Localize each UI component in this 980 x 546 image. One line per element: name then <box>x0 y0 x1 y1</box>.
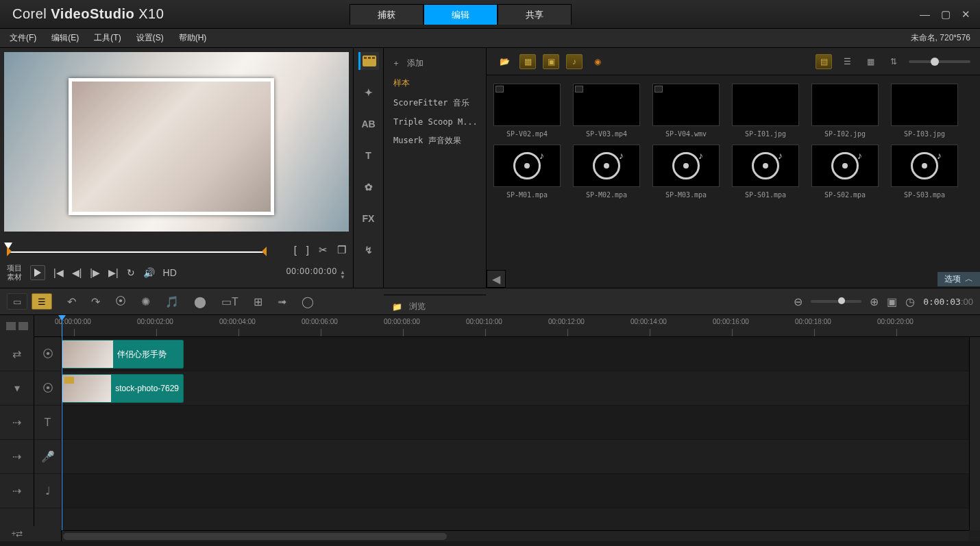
minimize-icon[interactable]: ― <box>920 8 930 21</box>
storyboard-view-icon[interactable]: ▭ <box>7 293 27 310</box>
speed-icon[interactable]: ➟ <box>278 295 286 308</box>
menu-help[interactable]: 帮助(H) <box>179 32 207 44</box>
timeline-ruler[interactable]: 00:00:00:0000:00:02:0000:00:04:0000:00:0… <box>34 315 980 337</box>
timeline-view-icon[interactable]: ☰ <box>32 293 52 310</box>
go-start-icon[interactable]: |◀ <box>53 267 64 278</box>
lane-overlay[interactable]: stock-photo-7629 <box>62 371 969 406</box>
menu-edit[interactable]: 编辑(E) <box>51 32 79 44</box>
volume-icon[interactable]: 🔊 <box>143 267 155 278</box>
subtitle-icon[interactable]: ▭T <box>221 295 238 308</box>
libtab-transition-icon[interactable]: AB <box>358 115 379 133</box>
auto-music-icon[interactable]: 🎵 <box>165 295 179 308</box>
filter-photo-icon[interactable]: ▣ <box>543 54 559 69</box>
view-grid-icon[interactable]: ▦ <box>862 54 879 69</box>
view-thumb-icon[interactable]: ▤ <box>816 54 832 69</box>
clip-1[interactable]: 伴侣心形手势 <box>62 340 184 369</box>
lane-title[interactable] <box>62 406 969 440</box>
video-track-icon[interactable]: ⦿ <box>34 337 61 371</box>
split-clip-icon[interactable]: ✂ <box>319 244 328 256</box>
loop-icon[interactable]: ↻ <box>127 267 135 278</box>
pan-zoom-icon[interactable]: ◯ <box>302 295 314 308</box>
audio-mixer-icon[interactable]: ✺ <box>141 295 150 308</box>
track-link-icon[interactable]: ⇢ <box>0 406 34 440</box>
menu-settings[interactable]: 设置(S) <box>136 32 164 44</box>
preview-timecode[interactable]: 00:00:00:00▲▼ <box>286 266 346 280</box>
library-item[interactable]: SP-V04.wmv <box>652 84 720 138</box>
library-item[interactable]: ♪SP-S01.mpa <box>732 145 799 199</box>
filter-video-icon[interactable]: ▦ <box>519 54 536 69</box>
mark-in-handle[interactable] <box>7 247 12 256</box>
library-item[interactable]: SP-V02.mp4 <box>493 84 561 138</box>
zoom-out-icon[interactable]: ⊖ <box>794 295 803 308</box>
close-icon[interactable]: ✕ <box>961 8 970 21</box>
timeline-playhead[interactable] <box>62 315 62 541</box>
category-sample[interactable]: 样本 <box>384 73 486 93</box>
preview-screen[interactable] <box>4 52 349 232</box>
mark-out-handle[interactable] <box>262 247 267 256</box>
libtab-graphic-icon[interactable]: ✿ <box>358 178 379 196</box>
zoom-slider[interactable] <box>811 300 861 303</box>
mark-out-button[interactable]: ] <box>306 244 309 256</box>
play-button[interactable] <box>30 265 45 280</box>
filter-disc-icon[interactable]: ◉ <box>589 54 606 69</box>
overlay-track-icon[interactable]: ⦿ <box>34 371 61 406</box>
libtab-media-icon[interactable] <box>358 52 379 70</box>
timeline-hscroll[interactable] <box>62 530 969 541</box>
mark-in-button[interactable]: [ <box>294 244 297 256</box>
track-control-header[interactable] <box>0 315 34 337</box>
timeline-timecode[interactable]: 0:00:03:000:00:03:00 <box>923 297 973 307</box>
lane-voice[interactable] <box>62 440 969 474</box>
hd-toggle[interactable]: HD <box>163 267 177 278</box>
view-list-icon[interactable]: ☰ <box>839 54 855 69</box>
zoom-in-icon[interactable]: ⊕ <box>870 295 879 308</box>
voice-track-icon[interactable]: 🎤 <box>34 440 61 474</box>
libtab-path-icon[interactable]: ↯ <box>358 241 379 259</box>
lane-video[interactable]: 伴侣心形手势 <box>62 337 969 371</box>
library-item[interactable]: SP-I02.jpg <box>811 84 879 138</box>
open-folder-icon[interactable]: 📂 <box>496 54 513 69</box>
step-back-icon[interactable]: ◀| <box>72 267 82 278</box>
lib-scroll-left-icon[interactable]: ◀ <box>487 270 506 288</box>
sort-icon[interactable]: ⇅ <box>885 54 902 69</box>
preview-mode-labels[interactable]: 项目 素材 <box>7 264 22 282</box>
track-link3-icon[interactable]: ⇢ <box>0 474 34 508</box>
title-track-icon[interactable]: T <box>34 406 61 440</box>
track-link2-icon[interactable]: ⇢ <box>0 440 34 474</box>
undo-icon[interactable]: ↶ <box>67 295 76 308</box>
libtab-filter-icon[interactable]: FX <box>358 210 379 227</box>
tab-capture[interactable]: 捕获 <box>350 4 424 25</box>
filter-audio-icon[interactable]: ♪ <box>566 54 583 69</box>
multi-trim-icon[interactable]: ❐ <box>337 244 346 256</box>
libtab-instant-icon[interactable]: ✦ <box>358 84 379 101</box>
library-item[interactable]: ♪SP-S02.mpa <box>811 145 879 199</box>
timeline-vscroll[interactable] <box>969 337 980 530</box>
category-triplescoop[interactable]: Triple Scoop M... <box>384 113 486 131</box>
track-dropdown-icon[interactable]: ▾ <box>0 371 34 406</box>
clock-icon[interactable]: ◷ <box>905 295 915 308</box>
library-item[interactable]: SP-I03.jpg <box>891 84 958 138</box>
category-scorefitter[interactable]: ScoreFitter 音乐 <box>384 93 486 113</box>
multi-cam-icon[interactable]: ⊞ <box>254 295 262 308</box>
add-folder-button[interactable]: ＋ 添加 <box>384 53 486 73</box>
track-motion-icon[interactable]: ⬤ <box>194 295 206 308</box>
options-button[interactable]: 选项︿ <box>938 272 980 286</box>
maximize-icon[interactable]: ▢ <box>941 8 951 21</box>
lane-music[interactable] <box>62 474 969 508</box>
add-track-button[interactable]: +⇄ <box>0 526 34 541</box>
library-item[interactable]: ♪SP-M03.mpa <box>652 145 720 199</box>
category-muserk[interactable]: Muserk 声音效果 <box>384 131 486 151</box>
step-fwd-icon[interactable]: |▶ <box>90 267 100 278</box>
track-manager-icon[interactable]: ⇄ <box>0 337 34 371</box>
scrubber-track[interactable] <box>7 251 264 253</box>
libtab-title-icon[interactable]: T <box>358 147 379 164</box>
library-item[interactable]: ♪SP-S03.mpa <box>891 145 958 199</box>
go-end-icon[interactable]: ▶| <box>108 267 119 278</box>
tab-share[interactable]: 共享 <box>498 4 572 25</box>
menu-file[interactable]: 文件(F) <box>10 32 36 44</box>
thumb-size-slider[interactable] <box>909 60 970 63</box>
library-item[interactable]: ♪SP-M02.mpa <box>573 145 640 199</box>
tab-edit[interactable]: 编辑 <box>424 4 498 25</box>
fit-project-icon[interactable]: ▣ <box>887 295 897 308</box>
preview-scrubber[interactable]: [ ] ✂ ❐ <box>7 244 346 260</box>
redo-icon[interactable]: ↷ <box>91 295 100 308</box>
